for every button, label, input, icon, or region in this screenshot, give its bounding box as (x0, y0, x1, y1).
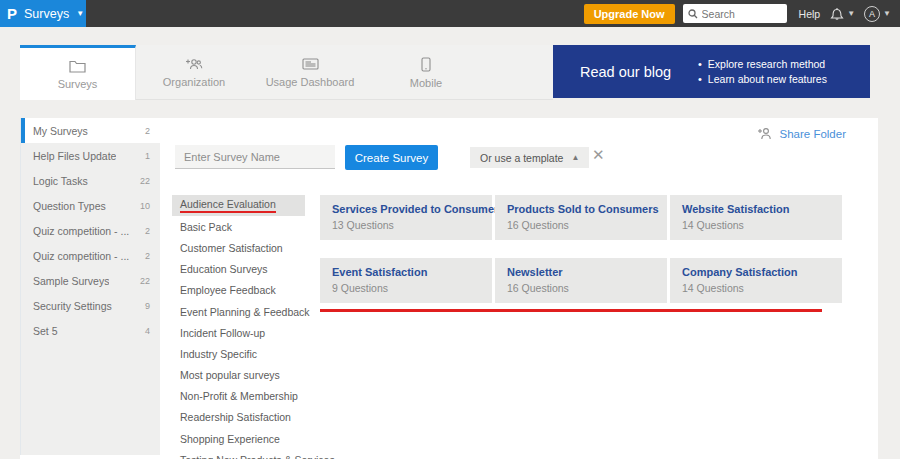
tab-usage-dashboard[interactable]: Usage Dashboard (252, 45, 368, 100)
chevron-down-icon: ▼ (847, 10, 855, 18)
template-category-label: Basic Pack (180, 221, 232, 233)
app-switcher[interactable]: P Surveys ▼ (0, 0, 86, 27)
template-category-label: Audience Evaluation (180, 198, 276, 213)
template-category-label: Shopping Experience (180, 433, 280, 445)
mobile-icon (421, 57, 431, 72)
folder-count: 2 (145, 126, 150, 136)
template-category[interactable]: Testing New Products & Services (172, 449, 305, 459)
sidebar-folder-item[interactable]: Quiz competition - ... 2 (21, 243, 160, 268)
template-card-title: Services Provided to Consumers (332, 203, 480, 215)
sidebar-folder-item[interactable]: Logic Tasks 22 (21, 168, 160, 193)
folder-label: Help Files Update (33, 150, 116, 162)
template-card-questions: 9 Questions (332, 282, 480, 294)
folder-count: 2 (145, 226, 150, 236)
template-category[interactable]: Customer Satisfaction (172, 237, 305, 258)
tab-label: Surveys (58, 78, 98, 90)
template-category[interactable]: Readership Satisfaction (172, 407, 305, 428)
header-row: Surveys Organization Usage Dashboard Mob… (20, 45, 870, 100)
template-toggle[interactable]: Or use a template ▲ (470, 147, 589, 168)
template-category[interactable]: Event Planning & Feedback (172, 301, 305, 322)
template-category[interactable]: Education Surveys (172, 259, 305, 280)
template-category-label: Non-Profit & Membership (180, 390, 298, 402)
bell-icon (830, 6, 844, 21)
template-card[interactable]: Website Satisfaction 14 Questions (670, 195, 842, 240)
tabs-strip: Surveys Organization Usage Dashboard Mob… (20, 45, 553, 100)
template-category[interactable]: Basic Pack (172, 216, 305, 237)
blog-bullet: Explore research method (698, 58, 827, 70)
help-link[interactable]: Help (799, 8, 821, 20)
content-panel: My Surveys 2 Help Files Update 1 Logic T… (20, 118, 878, 459)
template-category-label: Most popular surveys (180, 369, 280, 381)
template-card[interactable]: Newsletter 16 Questions (495, 258, 667, 303)
blog-banner[interactable]: Read our blog Explore research method Le… (553, 45, 870, 98)
sidebar-folder-item[interactable]: Help Files Update 1 (21, 143, 160, 168)
blog-bullet: Learn about new features (698, 73, 827, 85)
template-card-questions: 14 Questions (682, 282, 830, 294)
dashboard-icon (302, 57, 319, 71)
folder-count: 22 (140, 176, 150, 186)
chevron-up-icon: ▲ (571, 153, 579, 162)
share-folder-link[interactable]: Share Folder (757, 127, 846, 140)
template-card[interactable]: Products Sold to Consumers 16 Questions (495, 195, 667, 240)
sidebar-folder-item[interactable]: Set 5 4 (21, 318, 160, 343)
tab-label: Mobile (410, 77, 442, 89)
tab-organization[interactable]: Organization (136, 45, 252, 100)
template-card-questions: 13 Questions (332, 219, 480, 231)
sidebar-folder-item[interactable]: Question Types 10 (21, 193, 160, 218)
template-card-questions: 16 Questions (507, 282, 655, 294)
folder-label: Quiz competition - ... (33, 225, 129, 237)
sidebar-folder-item[interactable]: Sample Surveys 22 (21, 268, 160, 293)
template-category-label: Event Planning & Feedback (180, 306, 310, 318)
sidebar-folder-item[interactable]: My Surveys 2 (21, 118, 160, 143)
folder-label: Logic Tasks (33, 175, 88, 187)
close-template-panel-button[interactable]: ✕ (592, 146, 605, 164)
template-card[interactable]: Company Satisfaction 14 Questions (670, 258, 842, 303)
folder-label: Sample Surveys (33, 275, 109, 287)
survey-name-input[interactable] (175, 145, 335, 169)
folder-count: 22 (140, 276, 150, 286)
topbar: P Surveys ▼ Upgrade Now Help ▼ A ▼ (0, 0, 900, 27)
chevron-down-icon: ▼ (883, 10, 891, 18)
template-card[interactable]: Services Provided to Consumers 13 Questi… (320, 195, 492, 240)
template-card[interactable]: Event Satisfaction 9 Questions (320, 258, 492, 303)
proprofs-logo: P (7, 6, 17, 21)
folder-label: Quiz competition - ... (33, 250, 129, 262)
folder-count: 2 (145, 251, 150, 261)
folder-count: 10 (140, 201, 150, 211)
notifications-menu[interactable]: ▼ (830, 6, 855, 21)
folder-label: Question Types (33, 200, 106, 212)
blog-banner-title[interactable]: Read our blog (553, 64, 698, 80)
template-category[interactable]: Shopping Experience (172, 428, 305, 449)
template-card-title: Company Satisfaction (682, 266, 830, 278)
create-survey-button[interactable]: Create Survey (345, 145, 438, 170)
template-toggle-label: Or use a template (480, 152, 563, 164)
template-category[interactable]: Employee Feedback (172, 280, 305, 301)
sidebar-folder-item[interactable]: Security Settings 9 (21, 293, 160, 318)
sidebar-folder-item[interactable]: Quiz competition - ... 2 (21, 218, 160, 243)
folder-label: Security Settings (33, 300, 112, 312)
tab-mobile[interactable]: Mobile (368, 45, 484, 100)
template-card-title: Website Satisfaction (682, 203, 830, 215)
upgrade-now-button[interactable]: Upgrade Now (584, 4, 675, 24)
account-menu[interactable]: A ▼ (864, 6, 891, 22)
template-category[interactable]: Incident Follow-up (172, 322, 305, 343)
template-category[interactable]: Audience Evaluation (172, 195, 305, 216)
product-name: Surveys (24, 7, 69, 21)
template-category-label: Customer Satisfaction (180, 242, 283, 254)
search-icon (688, 9, 698, 19)
template-category[interactable]: Industry Specific (172, 343, 305, 364)
tab-label: Organization (163, 76, 225, 88)
folders-sidebar: My Surveys 2 Help Files Update 1 Logic T… (20, 118, 160, 455)
search-box[interactable] (683, 4, 787, 23)
template-category-label: Industry Specific (180, 348, 257, 360)
template-category[interactable]: Most popular surveys (172, 365, 305, 386)
chevron-down-icon: ▼ (76, 10, 84, 18)
search-input[interactable] (702, 8, 782, 20)
template-category-label: Incident Follow-up (180, 327, 265, 339)
template-category-label: Education Surveys (180, 263, 268, 275)
template-category[interactable]: Non-Profit & Membership (172, 386, 305, 407)
tab-surveys[interactable]: Surveys (20, 45, 136, 100)
template-card-questions: 14 Questions (682, 219, 830, 231)
folder-label: Set 5 (33, 325, 58, 337)
template-card-title: Event Satisfaction (332, 266, 480, 278)
